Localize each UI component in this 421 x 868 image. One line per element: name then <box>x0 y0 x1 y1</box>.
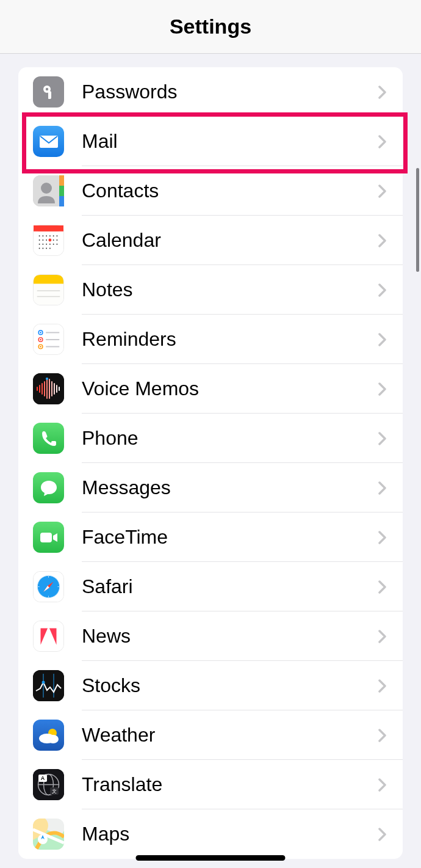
svg-point-20 <box>42 239 43 241</box>
row-label: FaceTime <box>82 526 378 549</box>
messages-icon <box>33 472 64 503</box>
row-news[interactable]: News <box>18 611 403 661</box>
svg-point-21 <box>46 239 47 241</box>
svg-point-26 <box>46 244 47 245</box>
row-label: Phone <box>82 427 378 450</box>
page-title: Settings <box>170 15 251 38</box>
row-label: Stocks <box>82 674 378 697</box>
chevron-right-icon <box>378 432 387 445</box>
phone-icon <box>33 423 64 454</box>
svg-point-33 <box>49 248 51 249</box>
row-safari[interactable]: Safari <box>18 562 403 611</box>
row-phone[interactable]: Phone <box>18 414 403 463</box>
chevron-right-icon <box>378 729 387 742</box>
content: Passwords Mail Contacts <box>0 54 421 859</box>
row-voicememos[interactable]: Voice Memos <box>18 364 403 414</box>
chevron-right-icon <box>378 184 387 198</box>
svg-point-31 <box>42 248 43 249</box>
svg-point-42 <box>40 339 41 340</box>
row-label: Mail <box>82 130 378 153</box>
chevron-right-icon <box>378 135 387 148</box>
row-label: Messages <box>82 476 378 499</box>
row-label: Reminders <box>82 328 378 351</box>
svg-point-24 <box>39 244 40 245</box>
row-stocks[interactable]: Stocks <box>18 661 403 710</box>
row-label: Notes <box>82 279 378 301</box>
news-icon <box>33 621 64 652</box>
svg-point-75 <box>48 735 59 743</box>
svg-point-18 <box>56 235 57 236</box>
svg-point-14 <box>42 235 43 236</box>
row-messages[interactable]: Messages <box>18 463 403 512</box>
home-indicator[interactable] <box>136 855 286 861</box>
chevron-right-icon <box>378 382 387 396</box>
svg-point-44 <box>40 346 41 347</box>
row-label: News <box>82 625 378 647</box>
svg-rect-5 <box>59 175 64 186</box>
chevron-right-icon <box>378 531 387 544</box>
svg-text:文: 文 <box>52 789 57 794</box>
svg-point-16 <box>49 235 51 236</box>
facetime-icon <box>33 522 64 553</box>
translate-icon: A文 <box>33 769 64 800</box>
row-label: Contacts <box>82 180 378 202</box>
svg-point-13 <box>39 235 40 236</box>
mail-icon <box>33 126 64 157</box>
contacts-icon <box>33 175 64 206</box>
svg-point-29 <box>56 244 57 245</box>
calendar-icon <box>33 225 64 256</box>
svg-point-1 <box>45 87 48 90</box>
chevron-right-icon <box>378 778 387 792</box>
row-label: Translate <box>82 773 378 796</box>
svg-point-27 <box>49 244 51 245</box>
chevron-right-icon <box>378 679 387 693</box>
chevron-right-icon <box>378 481 387 495</box>
chevron-right-icon <box>378 333 387 346</box>
chevron-right-icon <box>378 234 387 247</box>
row-label: Passwords <box>82 81 378 103</box>
weather-icon <box>33 720 64 751</box>
svg-rect-7 <box>59 196 64 206</box>
chevron-right-icon <box>378 283 387 297</box>
row-translate[interactable]: A文 Translate <box>18 760 403 809</box>
svg-point-32 <box>46 248 47 249</box>
row-contacts[interactable]: Contacts <box>18 166 403 216</box>
svg-text:A: A <box>41 775 45 781</box>
maps-icon <box>33 819 64 850</box>
row-reminders[interactable]: Reminders <box>18 315 403 364</box>
row-passwords[interactable]: Passwords <box>18 67 403 117</box>
scroll-indicator[interactable] <box>416 168 419 272</box>
row-label: Voice Memos <box>82 377 378 400</box>
svg-point-30 <box>39 248 40 249</box>
svg-point-23 <box>56 239 57 241</box>
notes-icon <box>33 274 64 305</box>
chevron-right-icon <box>378 86 387 99</box>
svg-rect-68 <box>34 621 63 651</box>
row-facetime[interactable]: FaceTime <box>18 512 403 562</box>
svg-point-17 <box>53 235 54 236</box>
voicememos-icon <box>33 373 64 404</box>
svg-point-8 <box>41 183 52 194</box>
row-mail[interactable]: Mail <box>18 117 403 166</box>
header: Settings <box>0 0 421 54</box>
svg-point-28 <box>53 244 54 245</box>
chevron-right-icon <box>378 580 387 594</box>
row-notes[interactable]: Notes <box>18 265 403 315</box>
row-label: Calendar <box>82 229 378 252</box>
settings-panel: Passwords Mail Contacts <box>18 67 403 859</box>
chevron-right-icon <box>378 828 387 841</box>
stocks-icon <box>33 670 64 701</box>
svg-point-15 <box>46 235 47 236</box>
svg-point-59 <box>46 377 48 380</box>
row-maps[interactable]: Maps <box>18 809 403 859</box>
reminders-icon <box>33 324 64 355</box>
svg-rect-60 <box>40 533 52 542</box>
row-calendar[interactable]: Calendar <box>18 216 403 265</box>
row-label: Weather <box>82 724 378 746</box>
svg-rect-6 <box>59 186 64 196</box>
svg-point-25 <box>42 244 43 245</box>
svg-point-22 <box>53 239 54 241</box>
svg-point-34 <box>49 239 52 242</box>
svg-rect-11 <box>34 225 63 232</box>
row-weather[interactable]: Weather <box>18 710 403 760</box>
